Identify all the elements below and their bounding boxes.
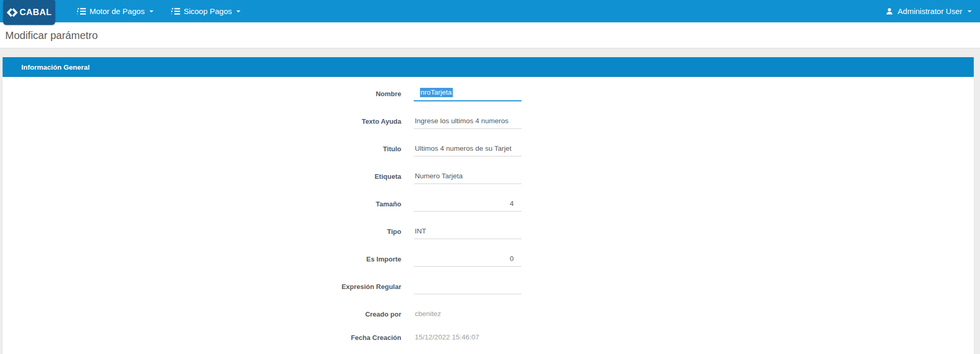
brand-name: CABAL xyxy=(20,7,52,18)
menu-label: Motor de Pagos xyxy=(90,7,145,16)
texto-ayuda-label: Texto Ayuda xyxy=(3,113,401,126)
tamano-label: Tamaño xyxy=(3,195,401,208)
nombre-value: nroTarjeta xyxy=(420,88,453,97)
form-row-es-importe: Es Importe xyxy=(3,251,974,278)
nav-menus: Motor de Pagos Sicoop Pagos xyxy=(77,7,240,16)
informacion-general-panel: Información General Nombre nroTarjeta Te… xyxy=(3,57,974,354)
tipo-label: Tipo xyxy=(3,223,401,236)
tipo-input[interactable] xyxy=(414,223,521,239)
chevron-down-icon xyxy=(968,10,972,12)
title-bar: Modificar parámetro xyxy=(0,22,980,48)
form-row-tipo: Tipo xyxy=(3,223,974,251)
chevron-down-icon xyxy=(149,10,154,12)
page-title: Modificar parámetro xyxy=(5,22,980,48)
form-row-creado-por: Creado por xyxy=(3,306,974,329)
tamano-input[interactable] xyxy=(414,195,521,212)
es-importe-input[interactable] xyxy=(414,251,521,267)
user-menu[interactable]: Administrator User xyxy=(885,7,972,16)
etiqueta-label: Etiqueta xyxy=(3,168,401,181)
chevron-down-icon xyxy=(236,10,240,12)
user-name: Administrator User xyxy=(898,7,962,16)
form-row-fecha-creacion: Fecha Creación xyxy=(3,329,974,352)
menu-motor-de-pagos[interactable]: Motor de Pagos xyxy=(77,7,154,16)
creado-por-input xyxy=(414,306,521,322)
cabal-diamond-icon xyxy=(7,7,18,18)
expresion-regular-input[interactable] xyxy=(414,278,521,294)
user-icon xyxy=(885,7,894,16)
panel-header: Información General xyxy=(3,57,974,77)
titulo-input[interactable] xyxy=(414,140,521,156)
parameter-form: Nombre nroTarjeta Texto Ayuda Titulo Eti… xyxy=(3,77,974,352)
list-icon xyxy=(77,8,86,15)
menu-label: Sicoop Pagos xyxy=(184,7,232,16)
texto-ayuda-input[interactable] xyxy=(414,113,521,129)
form-row-titulo: Titulo xyxy=(3,140,974,168)
nombre-label: Nombre xyxy=(3,85,401,98)
top-navbar: CABAL Motor de Pagos xyxy=(0,0,980,22)
nombre-input[interactable]: nroTarjeta xyxy=(414,85,521,101)
creado-por-label: Creado por xyxy=(3,306,401,319)
cabal-logo[interactable]: CABAL xyxy=(3,0,55,25)
form-row-nombre: Nombre nroTarjeta xyxy=(3,85,974,113)
es-importe-label: Es Importe xyxy=(3,251,401,264)
list-icon xyxy=(171,8,180,15)
fecha-creacion-label: Fecha Creación xyxy=(3,329,401,342)
form-row-tamano: Tamaño xyxy=(3,195,974,223)
form-row-texto-ayuda: Texto Ayuda xyxy=(3,113,974,140)
etiqueta-input[interactable] xyxy=(414,168,521,184)
form-row-etiqueta: Etiqueta xyxy=(3,168,974,195)
menu-sicoop-pagos[interactable]: Sicoop Pagos xyxy=(171,7,241,16)
form-row-expresion-regular: Expresión Regular xyxy=(3,278,974,306)
titulo-label: Titulo xyxy=(3,140,401,153)
fecha-creacion-input xyxy=(414,329,521,345)
expresion-regular-label: Expresión Regular xyxy=(3,278,401,291)
